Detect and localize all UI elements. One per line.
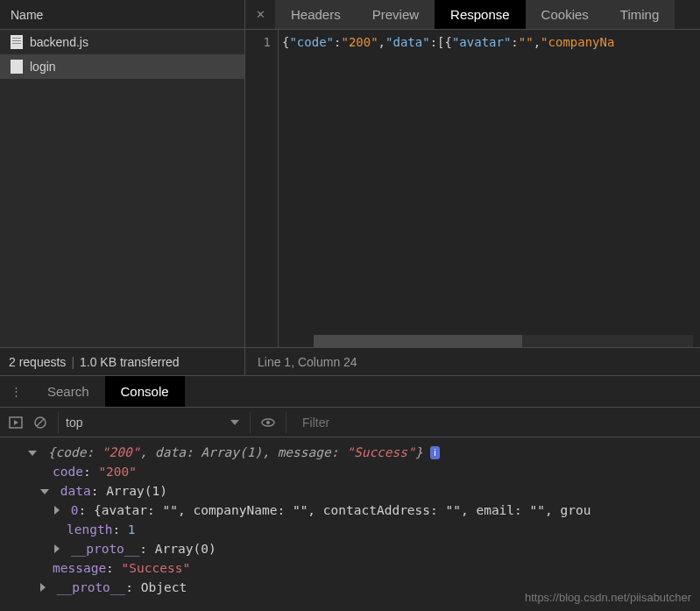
tab-headers[interactable]: Headers — [275, 0, 357, 29]
request-row-backend[interactable]: backend.js — [0, 30, 244, 54]
tab-cookies[interactable]: Cookies — [526, 0, 605, 29]
expand-arrow-icon[interactable] — [28, 451, 37, 456]
eye-icon[interactable] — [261, 416, 275, 430]
tab-response[interactable]: Response — [435, 0, 526, 29]
network-tabs: ✕ Headers Preview Response Cookies Timin… — [245, 0, 700, 30]
kebab-menu-icon[interactable]: ⋮ — [0, 376, 32, 407]
request-row-login[interactable]: login — [0, 54, 244, 79]
horizontal-scrollbar[interactable] — [314, 335, 693, 347]
request-label: login — [30, 60, 56, 74]
response-json[interactable]: {"code":"200","data":[{"avatar":"","comp… — [279, 30, 700, 347]
chevron-down-icon — [230, 420, 239, 425]
tab-timing[interactable]: Timing — [605, 0, 675, 29]
console-output[interactable]: {code: "200", data: Array(1), message: "… — [0, 437, 700, 611]
collapse-arrow-icon[interactable] — [54, 506, 60, 515]
request-list: backend.js login — [0, 30, 244, 347]
js-file-icon — [11, 35, 23, 49]
drawer-tab-search[interactable]: Search — [32, 376, 105, 407]
clear-console-icon[interactable] — [33, 416, 47, 430]
response-body: 1 {"code":"200","data":[{"avatar":"","co… — [245, 30, 700, 347]
expand-arrow-icon[interactable] — [40, 489, 49, 494]
network-summary: 2 requests | 1.0 KB transferred — [0, 348, 245, 375]
close-icon[interactable]: ✕ — [245, 0, 275, 29]
execution-context-select[interactable]: top — [58, 412, 251, 433]
drawer-tab-console[interactable]: Console — [105, 376, 185, 407]
svg-line-3 — [37, 419, 44, 426]
toggle-sidebar-icon[interactable] — [9, 416, 23, 430]
collapse-arrow-icon[interactable] — [40, 583, 46, 592]
watermark: https://blog.csdn.net/piisabutcher — [525, 588, 691, 607]
svg-marker-1 — [14, 420, 18, 425]
svg-point-5 — [266, 421, 270, 424]
info-badge-icon[interactable]: i — [430, 446, 439, 459]
collapse-arrow-icon[interactable] — [54, 544, 60, 553]
cursor-position: Line 1, Column 24 — [245, 348, 700, 375]
console-filter-input[interactable] — [299, 412, 474, 433]
tab-preview[interactable]: Preview — [357, 0, 435, 29]
request-label: backend.js — [30, 35, 88, 49]
name-column-header[interactable]: Name — [0, 0, 244, 30]
line-number: 1 — [245, 30, 279, 347]
file-icon — [11, 60, 23, 74]
drawer-tabs: ⋮ Search Console — [0, 376, 700, 408]
